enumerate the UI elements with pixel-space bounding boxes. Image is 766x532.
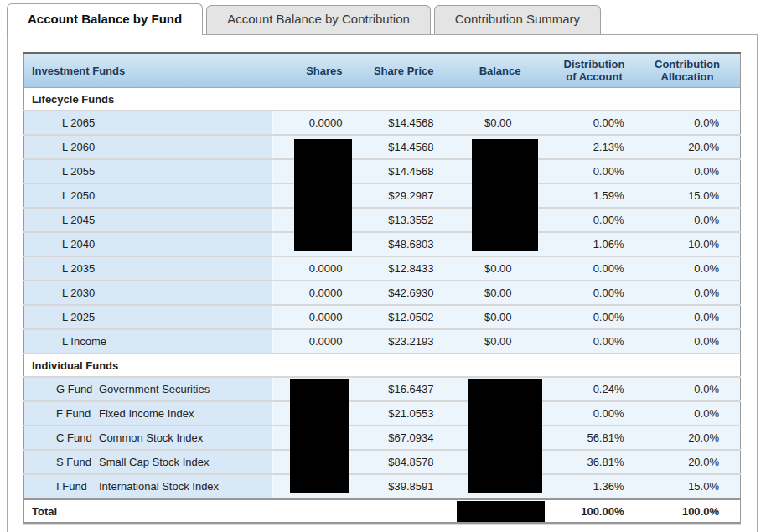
alloc-cell: 20.0% bbox=[634, 135, 741, 159]
tab-account-balance-by-contribution[interactable]: Account Balance by Contribution bbox=[206, 5, 431, 34]
alloc-cell: 0.0% bbox=[634, 329, 741, 354]
fund-row: L 2045$13.35520.00%0.0% bbox=[24, 208, 741, 232]
fund-row: L 20250.0000$12.0502$0.000.00%0.0% bbox=[24, 305, 741, 329]
dist-cell: 0.00% bbox=[534, 305, 634, 329]
fund-row: L 2055$14.45680.00%0.0% bbox=[24, 159, 741, 183]
fund-name-cell: I FundInternational Stock Index bbox=[24, 474, 272, 499]
dist-cell: 0.00% bbox=[534, 329, 634, 354]
alloc-cell: 20.0% bbox=[634, 450, 741, 474]
fund-name-cell: L 2025 bbox=[24, 305, 272, 329]
fund-name: L 2065 bbox=[62, 116, 95, 129]
alloc-cell: 0.0% bbox=[634, 377, 741, 401]
price-cell: $16.6437 bbox=[353, 377, 440, 401]
fund-row: I FundInternational Stock Index$39.85911… bbox=[24, 474, 741, 499]
shares-cell: 0.0000 bbox=[272, 111, 353, 135]
fund-row: F FundFixed Income Index$21.05530.00%0.0… bbox=[24, 401, 741, 426]
table-body: Lifecycle FundsL 20650.0000$14.4568$0.00… bbox=[24, 88, 741, 524]
fund-code: C Fund bbox=[56, 431, 99, 444]
fund-row: L 20350.0000$12.8433$0.000.00%0.0% bbox=[24, 256, 741, 281]
col-header-balance: Balance bbox=[440, 53, 534, 88]
shares-cell: 0.0000 bbox=[272, 305, 353, 329]
fund-code: F Fund bbox=[56, 407, 99, 420]
fund-name: L 2040 bbox=[62, 238, 95, 251]
fund-name: L 2025 bbox=[62, 311, 95, 323]
balance-cell: $0.00 bbox=[440, 305, 534, 329]
dist-cell: 0.00% bbox=[534, 256, 634, 281]
fund-name: L 2045 bbox=[62, 214, 95, 226]
redaction-box bbox=[457, 501, 545, 522]
dist-cell: 0.24% bbox=[534, 377, 634, 401]
fund-row: L 20300.0000$42.6930$0.000.00%0.0% bbox=[24, 281, 741, 305]
col-header-contribution-allocation: ContributionAllocation bbox=[634, 53, 741, 88]
dist-cell: 56.81% bbox=[534, 426, 634, 450]
account-table-wrap: Investment Funds Shares Share Price Bala… bbox=[23, 52, 742, 524]
dist-cell: 0.00% bbox=[534, 401, 634, 426]
dist-cell: 36.81% bbox=[534, 450, 634, 474]
redaction-box bbox=[472, 139, 538, 251]
fund-row: L 2050$29.29871.59%15.0% bbox=[24, 183, 741, 208]
fund-name-cell: L 2050 bbox=[24, 183, 272, 208]
shares-cell: 0.0000 bbox=[272, 329, 353, 354]
price-cell: $67.0934 bbox=[353, 426, 440, 450]
alloc-cell: 0.0% bbox=[634, 281, 741, 305]
fund-name: L 2055 bbox=[62, 165, 95, 178]
fund-code: I Fund bbox=[56, 480, 99, 493]
tab-content-panel: Investment Funds Shares Share Price Bala… bbox=[7, 34, 758, 532]
balance-cell: $0.00 bbox=[440, 111, 534, 135]
dist-cell: 1.36% bbox=[534, 474, 634, 499]
price-cell: $13.3552 bbox=[353, 208, 440, 232]
section-row: Lifecycle Funds bbox=[24, 88, 741, 111]
balance-cell: $0.00 bbox=[440, 329, 534, 354]
tab-contribution-summary[interactable]: Contribution Summary bbox=[434, 5, 601, 34]
fund-name: International Stock Index bbox=[99, 480, 219, 493]
col-header-shares: Shares bbox=[272, 53, 353, 88]
price-cell: $14.4568 bbox=[353, 135, 440, 159]
fund-name: Fixed Income Index bbox=[99, 407, 194, 420]
redaction-box bbox=[468, 379, 542, 493]
price-cell: $14.4568 bbox=[353, 159, 440, 183]
table-header: Investment Funds Shares Share Price Bala… bbox=[24, 53, 741, 88]
alloc-cell: 10.0% bbox=[634, 232, 741, 256]
price-cell: $29.2987 bbox=[353, 183, 440, 208]
col-header-investment-funds: Investment Funds bbox=[24, 53, 272, 88]
total-distribution-cell: 100.00% bbox=[534, 499, 634, 524]
fund-row: L 2040$48.68031.06%10.0% bbox=[24, 232, 741, 256]
dist-cell: 0.00% bbox=[534, 281, 634, 305]
fund-row: C FundCommon Stock Index$67.093456.81%20… bbox=[24, 426, 741, 450]
alloc-cell: 20.0% bbox=[634, 426, 741, 450]
dist-cell: 1.59% bbox=[534, 183, 634, 208]
price-cell: $48.6803 bbox=[353, 232, 440, 256]
redaction-box bbox=[290, 379, 349, 493]
fund-name-cell: L 2060 bbox=[24, 135, 272, 159]
price-cell: $23.2193 bbox=[353, 329, 440, 354]
price-cell: $21.0553 bbox=[353, 401, 440, 426]
account-balance-table: Investment Funds Shares Share Price Bala… bbox=[23, 52, 741, 524]
price-cell: $39.8591 bbox=[353, 474, 440, 499]
alloc-cell: 0.0% bbox=[634, 208, 741, 232]
fund-name-cell: S FundSmall Cap Stock Index bbox=[24, 450, 272, 474]
col-header-distribution-of-account: Distributionof Account bbox=[534, 53, 634, 88]
redaction-box bbox=[294, 139, 352, 251]
dist-cell: 0.00% bbox=[534, 111, 634, 135]
fund-name: Common Stock Index bbox=[99, 431, 203, 444]
price-cell: $12.8433 bbox=[353, 256, 440, 281]
section-row: Individual Funds bbox=[24, 354, 741, 377]
fund-name: L 2030 bbox=[62, 287, 95, 299]
dist-cell: 0.00% bbox=[534, 208, 634, 232]
price-cell: $14.4568 bbox=[353, 111, 440, 135]
fund-name-cell: L 2040 bbox=[24, 232, 272, 256]
fund-name-cell: L Income bbox=[24, 329, 272, 354]
fund-name: Small Cap Stock Index bbox=[99, 456, 210, 468]
alloc-cell: 15.0% bbox=[634, 474, 741, 499]
tab-account-balance-by-fund[interactable]: Account Balance by Fund bbox=[7, 3, 203, 35]
fund-name-cell: L 2055 bbox=[24, 159, 272, 183]
fund-name-cell: L 2065 bbox=[24, 111, 272, 135]
tab-bar: Account Balance by Fund Account Balance … bbox=[7, 3, 601, 35]
balance-cell: $0.00 bbox=[440, 256, 534, 281]
total-row: Total100.00%100.0% bbox=[24, 499, 741, 524]
fund-row: L Income0.0000$23.2193$0.000.00%0.0% bbox=[24, 329, 741, 354]
fund-code: S Fund bbox=[56, 456, 99, 468]
dist-cell: 0.00% bbox=[534, 159, 634, 183]
alloc-cell: 0.0% bbox=[634, 159, 741, 183]
alloc-cell: 15.0% bbox=[634, 183, 741, 208]
